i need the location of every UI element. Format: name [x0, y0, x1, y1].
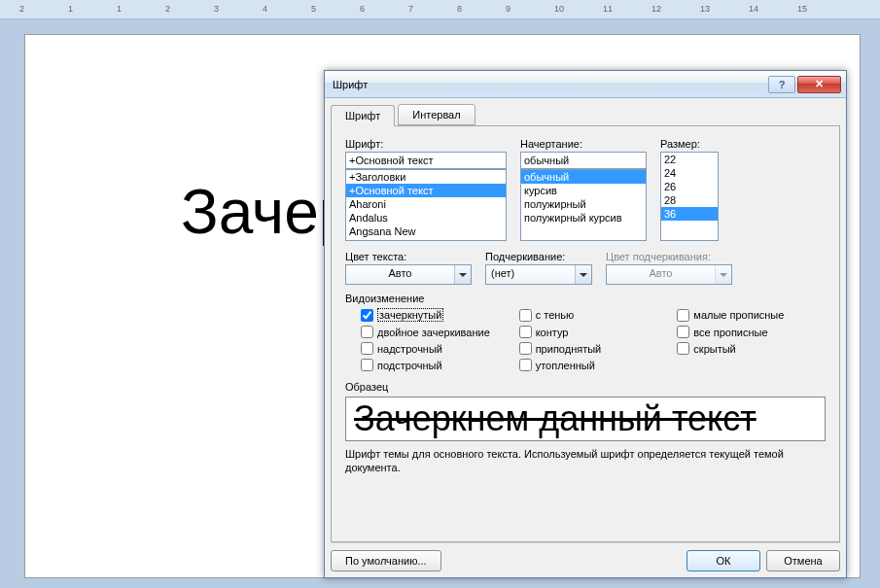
list-item[interactable]: +Основной текст [346, 184, 506, 197]
effects-label: Видоизменение [345, 293, 826, 304]
tab-interval[interactable]: Интервал [398, 104, 475, 125]
cb-super[interactable]: надстрочный [361, 342, 510, 355]
list-item[interactable]: Angsana New [346, 225, 506, 238]
underline-combo[interactable]: (нет) [485, 264, 592, 285]
tab-panel: Шрифт: +Заголовки +Основной текст Aharon… [331, 126, 840, 542]
list-item[interactable]: 22 [661, 153, 718, 166]
default-button[interactable]: По умолчанию... [331, 550, 441, 571]
title-bar: Шрифт ? ✕ [325, 71, 846, 98]
dialog-title: Шрифт [333, 79, 766, 90]
cb-hidden[interactable]: скрытый [677, 342, 826, 355]
cb-sub[interactable]: подстрочный [361, 359, 510, 371]
close-button[interactable]: ✕ [797, 76, 841, 93]
font-input[interactable] [345, 152, 507, 169]
cb-shadow[interactable]: с тенью [519, 308, 668, 322]
list-item[interactable]: 36 [661, 207, 718, 221]
list-item[interactable]: обычный [521, 170, 646, 184]
cb-dstrike[interactable]: двойное зачеркивание [361, 326, 510, 338]
list-item[interactable]: Andalus [346, 211, 506, 225]
list-item[interactable]: 24 [661, 166, 718, 180]
font-label: Шрифт: [345, 138, 507, 150]
list-item[interactable]: полужирный курсив [521, 211, 646, 225]
color-combo[interactable]: Авто [345, 264, 472, 285]
ucolor-combo: Авто [606, 264, 732, 285]
cb-smallcaps[interactable]: малые прописные [677, 308, 826, 322]
list-item[interactable]: 26 [661, 180, 718, 193]
cb-outline[interactable]: контур [519, 326, 668, 338]
help-button[interactable]: ? [768, 76, 795, 93]
chevron-down-icon [715, 265, 731, 284]
tab-font[interactable]: Шрифт [331, 105, 395, 126]
cb-strike[interactable]: зачеркнутый [361, 308, 510, 322]
list-item[interactable]: +Заголовки [346, 170, 506, 184]
dialog-body: Шрифт Интервал Шрифт: +Заголовки +Основн… [325, 98, 846, 577]
ok-button[interactable]: ОК [686, 550, 760, 571]
ucolor-label: Цвет подчеркивания: [606, 251, 732, 262]
cancel-button[interactable]: Отмена [766, 550, 840, 571]
effects-grid: зачеркнутый с тенью малые прописные двой… [345, 308, 826, 371]
sample-description: Шрифт темы для основного текста. Использ… [345, 447, 826, 475]
size-listbox[interactable]: 22 24 26 28 36 [660, 152, 719, 241]
font-listbox[interactable]: +Заголовки +Основной текст Aharoni Andal… [345, 169, 507, 241]
size-label: Размер: [660, 138, 719, 150]
sample-text: Зачеркнем данный текст [354, 398, 757, 439]
cb-emboss[interactable]: приподнятый [519, 342, 668, 355]
style-listbox[interactable]: обычный курсив полужирный полужирный кур… [520, 169, 647, 241]
cb-allcaps[interactable]: все прописные [677, 326, 826, 338]
button-row: По умолчанию... ОК Отмена [331, 542, 840, 571]
chevron-down-icon[interactable] [575, 265, 591, 284]
horizontal-ruler: 21123456789101112131415 [0, 0, 880, 19]
list-item[interactable]: курсив [521, 184, 646, 197]
list-item[interactable]: Aharoni [346, 197, 506, 211]
list-item[interactable]: 28 [661, 193, 718, 207]
font-dialog: Шрифт ? ✕ Шрифт Интервал Шрифт: +Заголов… [324, 70, 847, 578]
underline-label: Подчеркивание: [485, 251, 592, 262]
tab-row: Шрифт Интервал [331, 104, 840, 126]
list-item[interactable]: полужирный [521, 197, 646, 211]
style-label: Начертание: [520, 138, 647, 150]
chevron-down-icon[interactable] [454, 265, 471, 284]
sample-box: Зачеркнем данный текст [345, 397, 826, 441]
sample-label: Образец [345, 381, 826, 393]
cb-engrave[interactable]: утопленный [519, 359, 668, 371]
color-label: Цвет текста: [345, 251, 472, 262]
style-input[interactable] [520, 152, 647, 169]
